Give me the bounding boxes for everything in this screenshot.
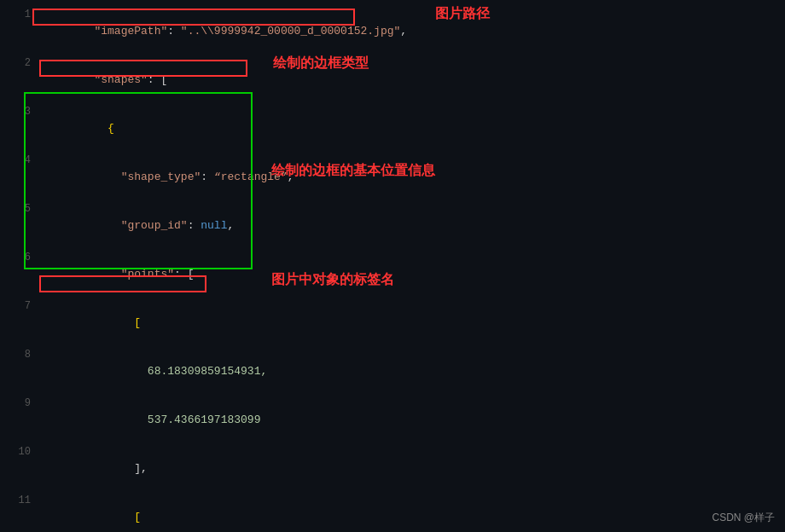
code-line-3: 3 { bbox=[0, 104, 785, 153]
annotation-label: 图片中对象的标签名 bbox=[271, 271, 394, 289]
code-content-9: 537.4366197183099 bbox=[41, 396, 778, 444]
line-number-7: 7 bbox=[7, 298, 31, 315]
annotation-imagepath: 图片路径 bbox=[435, 5, 490, 23]
line-number-3: 3 bbox=[7, 104, 31, 120]
code-content-10: ], bbox=[41, 444, 778, 493]
code-line-8: 8 68.18309859154931, bbox=[0, 347, 785, 396]
code-content-2: "shapes": [ bbox=[41, 55, 778, 104]
code-line-11: 11 [ bbox=[0, 493, 785, 532]
code-content-11: [ bbox=[41, 493, 778, 532]
line-number-4: 4 bbox=[7, 153, 31, 169]
editor-area: 1 "imagePath": "..\\9999942_00000_d_0000… bbox=[0, 0, 785, 532]
code-content-8: 68.18309859154931, bbox=[41, 347, 778, 396]
line-number-10: 10 bbox=[7, 444, 31, 460]
code-line-5: 5 "group_id": null, bbox=[0, 201, 785, 250]
code-line-10: 10 ], bbox=[0, 444, 785, 493]
code-content-7: [ bbox=[41, 298, 778, 347]
code-content-6: "points": [ bbox=[41, 250, 778, 298]
code-line-1: 1 "imagePath": "..\\9999942_00000_d_0000… bbox=[0, 7, 785, 55]
code-line-7: 7 [ bbox=[0, 298, 785, 347]
code-line-9: 9 537.4366197183099 bbox=[0, 396, 785, 444]
code-content-1: "imagePath": "..\\9999942_00000_d_000015… bbox=[41, 7, 778, 55]
line-number-6: 6 bbox=[7, 250, 31, 266]
annotation-points: 绘制的边框的基本位置信息 bbox=[271, 162, 435, 180]
code-content-3: { bbox=[41, 104, 778, 153]
code-content-5: "group_id": null, bbox=[41, 201, 778, 250]
line-number-1: 1 bbox=[7, 7, 31, 23]
watermark: CSDN @样子 bbox=[712, 511, 775, 525]
line-number-9: 9 bbox=[7, 396, 31, 412]
line-number-2: 2 bbox=[7, 55, 31, 72]
line-number-11: 11 bbox=[7, 493, 31, 509]
annotation-shapetype: 绘制的边框类型 bbox=[273, 55, 369, 72]
line-number-8: 8 bbox=[7, 347, 31, 363]
code-line-2: 2 "shapes": [ bbox=[0, 55, 785, 104]
line-number-5: 5 bbox=[7, 201, 31, 217]
